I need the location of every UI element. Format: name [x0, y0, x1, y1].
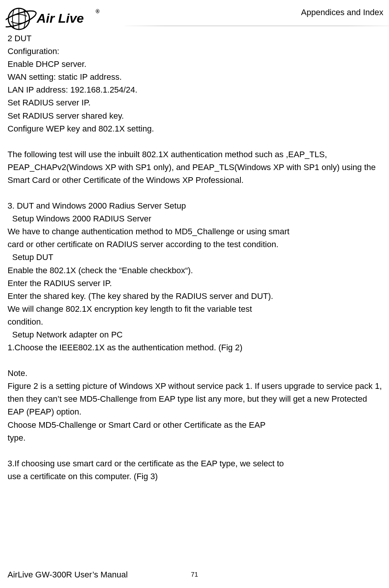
- text-line: Set RADIUS server shared key.: [8, 110, 385, 122]
- text-line: 3. DUT and Windows 2000 Radius Server Se…: [8, 200, 385, 212]
- svg-text:Air Live: Air Live: [36, 11, 84, 25]
- text-paragraph: The following test will use the inbuilt …: [8, 148, 385, 187]
- text-line: We will change 802.1X encryption key len…: [8, 303, 385, 316]
- text-line: Enable the 802.1X (check the “Enable che…: [8, 264, 385, 277]
- footer: AirLive GW-300R User’s Manual 71: [8, 570, 381, 580]
- text-line: 1.Choose the IEEE802.1X as the authentic…: [8, 341, 385, 354]
- blank-line: [8, 444, 385, 457]
- text-line: Configuration:: [8, 45, 385, 58]
- text-line: LAN IP address: 192.168.1.254/24.: [8, 84, 385, 96]
- text-line: Enter the RADIUS server IP.: [8, 277, 385, 290]
- text-line: Setup Network adapter on PC: [8, 328, 385, 341]
- blank-line: [8, 135, 385, 148]
- text-line: Enable DHCP server.: [8, 58, 385, 71]
- text-line: condition.: [8, 316, 385, 328]
- blank-line: [8, 187, 385, 200]
- text-line: 3.If choosing use smart card or the cert…: [8, 457, 385, 470]
- footer-manual-title: AirLive GW-300R User’s Manual: [8, 570, 128, 580]
- text-line: Choose MD5-Challenge or Smart Card or ot…: [8, 419, 385, 432]
- svg-point-1: [6, 8, 38, 30]
- header-section-title: Appendices and Index: [301, 8, 383, 17]
- airlive-planet-icon: Air Live ®: [6, 6, 102, 32]
- header-divider: [125, 26, 389, 26]
- main-content: 2 DUT Configuration: Enable DHCP server.…: [8, 32, 385, 483]
- text-line: We have to change authentication method …: [8, 225, 385, 238]
- svg-text:®: ®: [96, 8, 100, 14]
- text-line: Setup Windows 2000 RADIUS Server: [8, 212, 385, 225]
- text-paragraph: Figure 2 is a setting picture of Windows…: [8, 380, 385, 418]
- text-line: type.: [8, 432, 385, 444]
- text-line: Configure WEP key and 802.1X setting.: [8, 122, 385, 135]
- text-line: Set RADIUS server IP.: [8, 96, 385, 109]
- text-line: WAN setting: static IP address.: [8, 71, 385, 84]
- text-line: 2 DUT: [8, 32, 385, 45]
- blank-line: [8, 354, 385, 367]
- logo: Air Live ®: [6, 6, 102, 32]
- text-line: Note.: [8, 367, 385, 380]
- text-line: Setup DUT: [8, 251, 385, 264]
- page-number: 71: [191, 571, 198, 579]
- text-line: use a certificate on this computer. (Fig…: [8, 470, 385, 483]
- text-line: card or other certificate on RADIUS serv…: [8, 238, 385, 251]
- text-line: Enter the shared key. (The key shared by…: [8, 290, 385, 303]
